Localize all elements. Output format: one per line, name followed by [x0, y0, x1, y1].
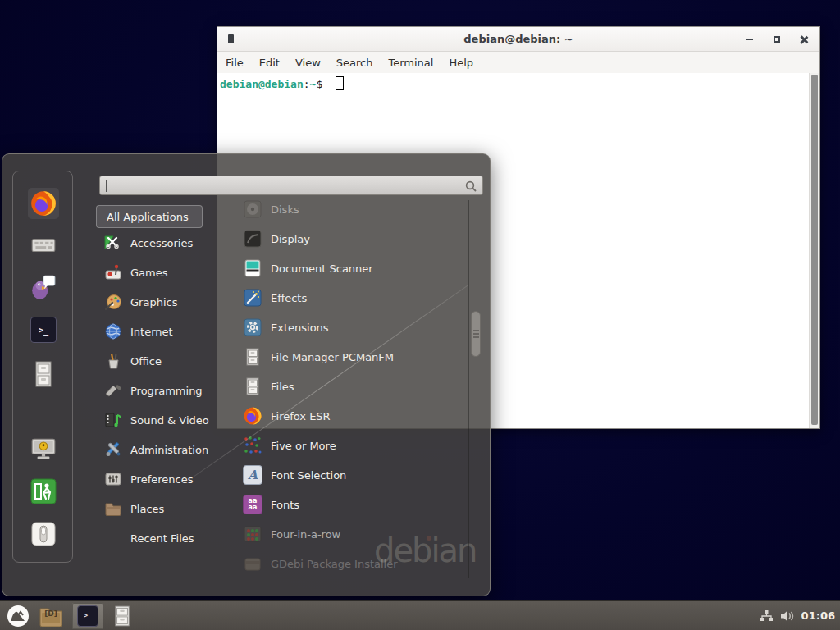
category-office[interactable]: Office [98, 346, 234, 376]
fonts-icon: aa aa [243, 495, 262, 514]
games-icon [104, 263, 122, 281]
category-games[interactable]: Games [98, 258, 234, 287]
speaker-icon [780, 609, 795, 623]
terminal-icon: >_ [77, 605, 98, 627]
app-item-document-scanner[interactable]: Document Scanner [239, 253, 467, 283]
app-item-five-or-more[interactable]: Five or More [239, 431, 467, 460]
gdebi-icon [243, 554, 262, 573]
firefox-icon [30, 189, 57, 217]
menu-terminal[interactable]: Terminal [388, 57, 433, 69]
sidebar-item-keyboard[interactable] [28, 229, 59, 260]
maximize-button[interactable] [769, 32, 784, 47]
sidebar-item-power[interactable] [28, 518, 59, 550]
terminal-scrollbar-thumb[interactable] [811, 75, 818, 425]
firefox-icon [243, 406, 262, 426]
file-manager-launcher[interactable]: [D] [36, 601, 66, 630]
pidgin-icon [30, 273, 57, 301]
terminal-task-button[interactable]: >_ [72, 603, 103, 629]
sidebar-item-file-manager[interactable] [28, 358, 59, 390]
search-caret [106, 180, 107, 192]
category-accessories[interactable]: Accessories [98, 228, 234, 258]
category-preferences[interactable]: Preferences [98, 464, 234, 494]
font-selection-icon: A [243, 465, 262, 485]
taskbar: [D] >_ [0, 600, 840, 630]
administration-icon [104, 441, 122, 459]
network-tray-icon[interactable] [760, 601, 774, 630]
terminal-titlebar[interactable]: debian@debian: ~ [217, 27, 819, 52]
menu-button[interactable] [0, 601, 36, 630]
sidebar-item-log-out[interactable] [28, 476, 59, 507]
app-item-disks[interactable]: Disks [239, 194, 467, 224]
scrollbar-grip-icon [473, 330, 479, 338]
lock-screen-icon [30, 435, 57, 463]
file-cabinet-icon [113, 605, 131, 628]
menu-file[interactable]: File [226, 57, 244, 69]
window-title: debian@debian: ~ [217, 33, 819, 45]
sound-video-icon [104, 411, 122, 429]
minimize-icon [746, 39, 753, 40]
keyboard-icon [30, 231, 57, 258]
taskbar-clock[interactable]: 01:06 [801, 609, 835, 622]
preferences-icon [104, 470, 122, 488]
sidebar-item-terminal[interactable]: >_ [28, 314, 59, 345]
category-places[interactable]: Places [98, 494, 234, 523]
folder-d-label: [D] [36, 609, 66, 618]
log-out-icon [30, 478, 57, 504]
category-recent-files[interactable]: Recent Files [98, 523, 234, 553]
app-item-extensions[interactable]: Extensions [239, 313, 467, 342]
app-item-display[interactable]: Display [239, 224, 467, 253]
document-scanner-icon [243, 258, 262, 278]
prompt-user-host: debian@debian [220, 78, 304, 90]
category-programming[interactable]: Programming [98, 376, 234, 405]
menu-help[interactable]: Help [449, 57, 473, 69]
maximize-icon [774, 36, 780, 43]
five-or-more-icon [243, 436, 262, 455]
app-item-gdebi-package-installer[interactable]: GDebi Package Installer [239, 549, 467, 578]
menu-view[interactable]: View [295, 57, 321, 69]
display-icon [243, 229, 262, 249]
search-input[interactable] [105, 178, 458, 193]
app-item-font-selection[interactable]: A Font Selection [239, 460, 467, 490]
graphics-icon [104, 293, 122, 311]
app-item-file-manager-pcmanfm[interactable]: File Manager PCManFM [239, 342, 467, 372]
menu-search-box[interactable] [99, 176, 483, 195]
menu-logo-icon [7, 605, 30, 628]
menu-edit[interactable]: Edit [259, 57, 280, 69]
terminal-menubar: File Edit View Search Terminal Help [217, 52, 819, 73]
terminal-cursor [336, 76, 344, 90]
search-icon [465, 180, 477, 192]
category-sound-video[interactable]: Sound & Video [98, 405, 234, 435]
file-cabinet-icon [30, 360, 57, 388]
file-cabinet-icon [243, 377, 262, 396]
category-internet[interactable]: Internet [98, 317, 234, 346]
category-graphics[interactable]: Graphics [98, 287, 234, 317]
terminal-scrollbar[interactable] [809, 73, 819, 428]
app-item-fonts[interactable]: aa aa Fonts [239, 490, 467, 519]
programming-icon [104, 381, 122, 399]
terminal-prompt: debian@debian:~$ [217, 73, 819, 90]
menu-search[interactable]: Search [336, 57, 373, 69]
effects-icon [243, 288, 262, 308]
file-cabinet-icon [243, 347, 262, 367]
volume-tray-icon[interactable] [780, 601, 795, 630]
category-administration[interactable]: Administration [98, 435, 234, 464]
app-item-files[interactable]: Files [239, 372, 467, 401]
network-icon [760, 609, 774, 623]
app-list-scrollbar-thumb[interactable] [471, 311, 481, 357]
power-switch-icon [30, 521, 57, 547]
files-task-button[interactable] [108, 601, 136, 630]
office-icon [104, 352, 122, 370]
app-item-four-in-a-row[interactable]: Four-in-a-row [239, 519, 467, 549]
sidebar-item-lock-screen[interactable] [28, 433, 59, 464]
accessories-icon [104, 234, 122, 252]
four-in-a-row-icon [243, 524, 262, 544]
app-item-effects[interactable]: Effects [239, 283, 467, 313]
sidebar-item-pidgin[interactable] [28, 272, 59, 303]
disks-icon [243, 199, 262, 219]
close-button[interactable] [797, 32, 811, 47]
sidebar-item-firefox[interactable] [28, 188, 59, 219]
minimize-button[interactable] [742, 32, 757, 47]
app-item-firefox-esr[interactable]: Firefox ESR [239, 401, 467, 431]
app-list-scrollbar[interactable] [468, 200, 482, 578]
category-all-applications[interactable]: All Applications [96, 205, 203, 228]
